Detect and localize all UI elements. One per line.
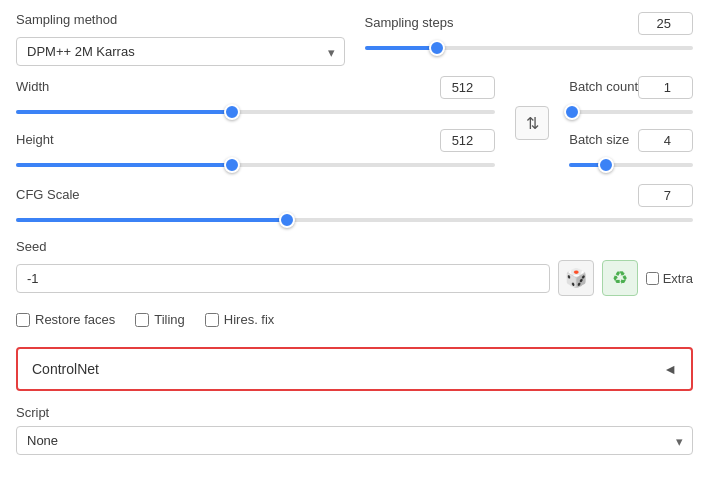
- batch-size-header: Batch size: [569, 129, 693, 152]
- script-select-wrapper[interactable]: None ▾: [16, 426, 693, 455]
- batch-count-label: Batch count: [569, 79, 638, 94]
- width-fill: [16, 110, 232, 114]
- right-col-sampling: Sampling steps: [365, 12, 694, 57]
- batch-count-slider-row: Batch count: [569, 76, 693, 121]
- cfg-scale-label: CFG Scale: [16, 187, 80, 202]
- width-thumb[interactable]: [224, 104, 240, 120]
- swap-col: ⇅: [515, 76, 549, 140]
- sampling-steps-label: Sampling steps: [365, 15, 454, 30]
- height-track-container[interactable]: [16, 156, 495, 174]
- sampling-steps-track: [365, 46, 694, 50]
- extra-checkbox-row: Extra: [646, 271, 693, 286]
- sampling-steps-slider-row: Sampling steps: [365, 12, 694, 57]
- recycle-button[interactable]: ♻: [602, 260, 638, 296]
- right-side-batch: Batch count Batch size: [569, 76, 693, 174]
- options-checkbox-row: Restore faces Tiling Hires. fix: [16, 306, 693, 333]
- script-label: Script: [16, 405, 693, 420]
- batch-size-slider-row: Batch size: [569, 129, 693, 174]
- tiling-item[interactable]: Tiling: [135, 312, 185, 327]
- extra-label[interactable]: Extra: [663, 271, 693, 286]
- width-track-container[interactable]: [16, 103, 495, 121]
- cfg-scale-track-container[interactable]: [16, 211, 693, 229]
- height-slider-row: Height: [16, 129, 495, 174]
- seed-label: Seed: [16, 239, 693, 254]
- hires-fix-label: Hires. fix: [224, 312, 275, 327]
- swap-icon: ⇅: [526, 114, 539, 133]
- cfg-scale-slider-row: CFG Scale: [16, 184, 693, 229]
- extra-checkbox[interactable]: [646, 272, 659, 285]
- left-col-dimensions: Width Height: [16, 76, 495, 174]
- restore-faces-label: Restore faces: [35, 312, 115, 327]
- batch-size-track-container[interactable]: [569, 156, 693, 174]
- sampling-steps-input[interactable]: [638, 12, 693, 35]
- sampling-steps-thumb[interactable]: [429, 40, 445, 56]
- width-track: [16, 110, 495, 114]
- sampling-steps-track-container[interactable]: [365, 39, 694, 57]
- dice-icon: 🎲: [565, 267, 587, 289]
- script-section: Script None ▾: [16, 405, 693, 455]
- top-row: Sampling method DPM++ 2M Karras Euler a …: [16, 12, 693, 66]
- sampling-method-select[interactable]: DPM++ 2M Karras Euler a Euler LMS Heun: [16, 37, 345, 66]
- batch-count-track: [569, 110, 693, 114]
- cfg-scale-fill: [16, 218, 287, 222]
- width-slider-row: Width: [16, 76, 495, 121]
- controlnet-collapse-icon: ◄: [663, 361, 677, 377]
- tiling-label: Tiling: [154, 312, 185, 327]
- batch-count-header: Batch count: [569, 76, 693, 99]
- height-header: Height: [16, 129, 495, 152]
- height-fill: [16, 163, 232, 167]
- cfg-scale-container: CFG Scale: [16, 184, 693, 229]
- sampling-steps-fill: [365, 46, 437, 50]
- swap-dimensions-button[interactable]: ⇅: [515, 106, 549, 140]
- cfg-scale-input[interactable]: [638, 184, 693, 207]
- script-select[interactable]: None: [16, 426, 693, 455]
- recycle-icon: ♻: [612, 267, 628, 289]
- main-container: Sampling method DPM++ 2M Karras Euler a …: [16, 12, 693, 455]
- seed-row: Seed 🎲 ♻ Extra: [16, 239, 693, 296]
- hires-fix-checkbox[interactable]: [205, 313, 219, 327]
- batch-count-thumb[interactable]: [564, 104, 580, 120]
- sampling-steps-header: Sampling steps: [365, 12, 694, 35]
- restore-faces-item[interactable]: Restore faces: [16, 312, 115, 327]
- width-input[interactable]: [440, 76, 495, 99]
- cfg-scale-header: CFG Scale: [16, 184, 693, 207]
- restore-faces-checkbox[interactable]: [16, 313, 30, 327]
- batch-count-input[interactable]: [638, 76, 693, 99]
- sampling-method-select-wrapper[interactable]: DPM++ 2M Karras Euler a Euler LMS Heun ▾: [16, 37, 345, 66]
- seed-input-row: 🎲 ♻ Extra: [16, 260, 693, 296]
- controlnet-label: ControlNet: [32, 361, 99, 377]
- batch-size-label: Batch size: [569, 132, 629, 147]
- batch-count-track-container[interactable]: [569, 103, 693, 121]
- width-header: Width: [16, 76, 495, 99]
- hires-fix-item[interactable]: Hires. fix: [205, 312, 275, 327]
- middle-row: Width Height: [16, 76, 693, 174]
- sampling-method-label: Sampling method: [16, 12, 345, 27]
- batch-size-thumb[interactable]: [598, 157, 614, 173]
- dice-button[interactable]: 🎲: [558, 260, 594, 296]
- batch-size-track: [569, 163, 693, 167]
- cfg-scale-thumb[interactable]: [279, 212, 295, 228]
- controlnet-section[interactable]: ControlNet ◄: [16, 347, 693, 391]
- left-col: Sampling method DPM++ 2M Karras Euler a …: [16, 12, 345, 66]
- cfg-scale-row: CFG Scale: [16, 184, 693, 229]
- height-input[interactable]: [440, 129, 495, 152]
- height-track: [16, 163, 495, 167]
- height-thumb[interactable]: [224, 157, 240, 173]
- seed-input[interactable]: [16, 264, 550, 293]
- tiling-checkbox[interactable]: [135, 313, 149, 327]
- batch-size-input[interactable]: [638, 129, 693, 152]
- cfg-scale-track: [16, 218, 693, 222]
- width-label: Width: [16, 79, 49, 94]
- height-label: Height: [16, 132, 54, 147]
